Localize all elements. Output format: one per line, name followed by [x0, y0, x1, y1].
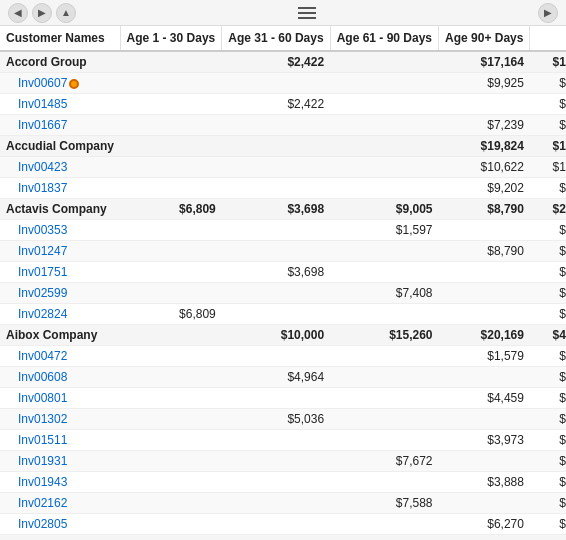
table-row[interactable]: Inv01302 $5,036 $5,036: [0, 409, 566, 430]
group-age1-30: [120, 535, 222, 541]
nav-back-button[interactable]: ◀: [8, 3, 28, 23]
table-row[interactable]: Inv00608 $4,964 $4,964: [0, 367, 566, 388]
scroll-right-button[interactable]: ▶: [538, 3, 558, 23]
detail-age31-60: [222, 220, 330, 241]
detail-age31-60: $5,036: [222, 409, 330, 430]
detail-age61-90: [330, 430, 438, 451]
detail-total: $1,597: [530, 220, 566, 241]
group-total: $28,302: [530, 199, 566, 220]
group-name[interactable]: Aibox Company: [0, 325, 120, 346]
group-age61-90: $3,488: [330, 535, 438, 541]
col-header-age61-90: Age 61 - 90 Days: [330, 26, 438, 51]
detail-total: $5,036: [530, 409, 566, 430]
group-name[interactable]: Aimbo Corp: [0, 535, 120, 541]
detail-age1-30: [120, 178, 222, 199]
detail-total: $7,239: [530, 115, 566, 136]
table-row[interactable]: Inv01943 $3,888 $3,888: [0, 472, 566, 493]
detail-age90plus: [439, 451, 530, 472]
cursor-indicator: [69, 79, 79, 89]
invoice-name[interactable]: Inv01943: [0, 472, 120, 493]
detail-age1-30: [120, 409, 222, 430]
detail-age31-60: [222, 514, 330, 535]
detail-age90plus: $8,790: [439, 241, 530, 262]
detail-age1-30: [120, 388, 222, 409]
table-row[interactable]: Inv01247 $8,790 $8,790: [0, 241, 566, 262]
detail-age90plus: [439, 283, 530, 304]
detail-age90plus: $1,579: [439, 346, 530, 367]
detail-age90plus: [439, 262, 530, 283]
invoice-name[interactable]: Inv01667: [0, 115, 120, 136]
invoice-name[interactable]: Inv02599: [0, 283, 120, 304]
invoice-name[interactable]: Inv01511: [0, 430, 120, 451]
detail-age1-30: [120, 241, 222, 262]
col-header-age90plus: Age 90+ Days: [439, 26, 530, 51]
detail-age31-60: [222, 115, 330, 136]
group-name[interactable]: Actavis Company: [0, 199, 120, 220]
detail-age90plus: $10,622: [439, 157, 530, 178]
col-header-age1-30: Age 1 - 30 Days: [120, 26, 222, 51]
invoice-name[interactable]: Inv00472: [0, 346, 120, 367]
detail-age31-60: $2,422: [222, 94, 330, 115]
detail-total: $1,579: [530, 346, 566, 367]
detail-age61-90: [330, 367, 438, 388]
detail-age90plus: $9,202: [439, 178, 530, 199]
table-row[interactable]: Inv02824 $6,809 $6,809: [0, 304, 566, 325]
detail-age31-60: [222, 388, 330, 409]
table-row[interactable]: Inv00472 $1,579 $1,579: [0, 346, 566, 367]
invoice-name[interactable]: Inv00801: [0, 388, 120, 409]
top-bar: ◀ ▶ ▲ ▶: [0, 0, 566, 26]
invoice-name[interactable]: Inv02162: [0, 493, 120, 514]
detail-age1-30: [120, 367, 222, 388]
table-row[interactable]: Inv01751 $3,698 $3,698: [0, 262, 566, 283]
invoice-name[interactable]: Inv01485: [0, 94, 120, 115]
detail-age1-30: [120, 472, 222, 493]
detail-age1-30: [120, 220, 222, 241]
table-row[interactable]: Inv00607 $9,925 $9,925: [0, 73, 566, 94]
invoice-name[interactable]: Inv00607: [0, 73, 120, 94]
detail-age31-60: $3,698: [222, 262, 330, 283]
invoice-name[interactable]: Inv01302: [0, 409, 120, 430]
group-name[interactable]: Accudial Company: [0, 136, 120, 157]
table-row[interactable]: Inv00423 $10,622 $10,622: [0, 157, 566, 178]
detail-age61-90: [330, 514, 438, 535]
group-age1-30: [120, 325, 222, 346]
table-row[interactable]: Inv01931 $7,672 $7,672: [0, 451, 566, 472]
invoice-name[interactable]: Inv00353: [0, 220, 120, 241]
invoice-name[interactable]: Inv02805: [0, 514, 120, 535]
invoice-name[interactable]: Inv01931: [0, 451, 120, 472]
table-row[interactable]: Inv02162 $7,588 $7,588: [0, 493, 566, 514]
invoice-name[interactable]: Inv02824: [0, 304, 120, 325]
table-row[interactable]: Inv00353 $1,597 $1,597: [0, 220, 566, 241]
detail-age1-30: [120, 451, 222, 472]
invoice-name[interactable]: Inv01837: [0, 178, 120, 199]
group-age61-90: $9,005: [330, 199, 438, 220]
col-header-name: Customer Names: [0, 26, 120, 51]
hamburger-menu[interactable]: [298, 7, 316, 19]
table-row[interactable]: Inv00801 $4,459 $4,459: [0, 388, 566, 409]
table-row[interactable]: Inv01837 $9,202 $9,202: [0, 178, 566, 199]
detail-total: $6,809: [530, 304, 566, 325]
detail-total: $9,202: [530, 178, 566, 199]
detail-total: $3,698: [530, 262, 566, 283]
detail-age61-90: $7,588: [330, 493, 438, 514]
invoice-name[interactable]: Inv00423: [0, 157, 120, 178]
detail-total: $7,408: [530, 283, 566, 304]
invoice-name[interactable]: Inv00608: [0, 367, 120, 388]
group-age90plus: $19,824: [439, 136, 530, 157]
invoice-name[interactable]: Inv01751: [0, 262, 120, 283]
invoice-name[interactable]: Inv01247: [0, 241, 120, 262]
table-row[interactable]: Inv01511 $3,973 $3,973: [0, 430, 566, 451]
table-row[interactable]: Inv02805 $6,270 $6,270: [0, 514, 566, 535]
nav-up-button[interactable]: ▲: [56, 3, 76, 23]
group-age1-30: [120, 51, 222, 73]
table-row[interactable]: Inv01667 $7,239 $7,239: [0, 115, 566, 136]
group-age1-30: $6,809: [120, 199, 222, 220]
detail-age61-90: [330, 94, 438, 115]
group-name[interactable]: Accord Group: [0, 51, 120, 73]
detail-age90plus: $3,973: [439, 430, 530, 451]
table-row[interactable]: Inv01485 $2,422 $2,422: [0, 94, 566, 115]
table-row[interactable]: Inv02599 $7,408 $7,408: [0, 283, 566, 304]
group-age61-90: $15,260: [330, 325, 438, 346]
nav-forward-button[interactable]: ▶: [32, 3, 52, 23]
detail-age31-60: [222, 493, 330, 514]
